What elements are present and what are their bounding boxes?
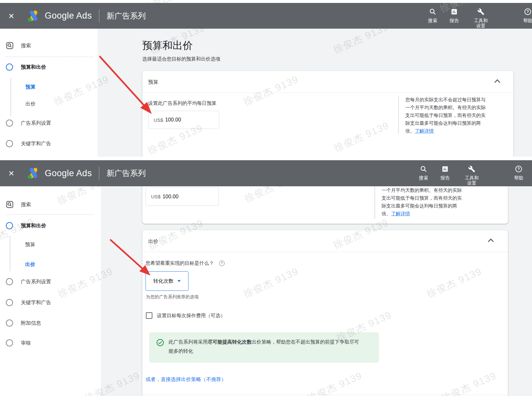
help-icon: ?	[524, 7, 531, 16]
sidebar-step-assets[interactable]: 附加信息	[6, 319, 41, 327]
tools-label-line2: 设置	[467, 180, 476, 186]
sidebar-divider	[6, 214, 93, 215]
sidebar-step-budget-bidding[interactable]: 预算和出价	[6, 63, 46, 71]
sidebar-item-search[interactable]: 搜索	[6, 200, 31, 209]
google-ads-logo-icon	[27, 167, 40, 179]
collapse-chevron-icon[interactable]	[488, 238, 494, 244]
svg-text:?: ?	[526, 9, 529, 14]
campaign-page-title: 新广告系列	[106, 168, 146, 178]
sidebar-step-label: 预算和出价	[21, 64, 46, 71]
note-line-text: 倍。	[405, 128, 415, 134]
close-icon[interactable]: ×	[8, 11, 14, 21]
sidebar-substep-bidding[interactable]: 出价	[25, 261, 35, 268]
header-actions: 搜索 报告 工具和 设置 ?	[413, 165, 529, 186]
sidebar-step-review[interactable]: 审核	[6, 339, 31, 347]
budget-card-title: 预算	[148, 79, 158, 86]
strategy-callout-text: 此广告系列将采用尽可能提高转化次数出价策略，帮助您在不超出预算的前提下争取尽可能…	[169, 337, 360, 355]
screenshot-1: × Google Ads 新广告系列 搜索	[0, 3, 532, 157]
select-strategy-directly-link[interactable]: 或者，直接选择出价策略（不推荐）	[146, 376, 226, 383]
wrench-icon	[468, 165, 475, 173]
step-circle-icon	[6, 278, 13, 285]
note-line: 一个月平均天数的乘积。有些天的实际	[405, 104, 486, 111]
reports-label: 报告	[450, 18, 459, 23]
sidebar-step-label: 预算和出价	[21, 222, 46, 229]
sidebar-step-campaign-settings[interactable]: 广告系列设置	[6, 277, 51, 286]
note-line: 支出可能低于每日预算，而有些天的实	[405, 111, 486, 119]
search-label: 搜索	[419, 175, 428, 180]
currency-prefix: US$	[151, 194, 161, 199]
app-header: × Google Ads 新广告系列 搜索	[0, 3, 532, 29]
search-button[interactable]: 搜索	[413, 165, 434, 186]
help-icon: ?	[515, 165, 522, 173]
bidding-focus-dropdown[interactable]: 转化次数	[146, 271, 189, 291]
substep-budget-label: 预算	[25, 84, 35, 91]
reports-label: 报告	[441, 175, 450, 180]
sidebar-step-label: 附加信息	[21, 320, 41, 327]
sidebar-substep-budget[interactable]: 预算	[25, 83, 35, 91]
close-icon[interactable]: ×	[8, 168, 14, 178]
target-cpa-label: 设置目标每次操作费用（可选）	[157, 313, 225, 319]
sidebar-divider	[6, 57, 93, 57]
dropdown-selected-value: 转化次数	[153, 278, 174, 285]
step-circle-active-icon	[6, 222, 13, 229]
check-circle-icon	[156, 339, 164, 348]
sidebar-step-campaign-settings[interactable]: 广告系列设置	[6, 119, 51, 127]
substep-budget-label: 预算	[25, 241, 35, 248]
daily-budget-input[interactable]: US$ 100.00	[148, 111, 219, 129]
dropdown-helper-text: 为您的广告系列推荐的选项	[146, 294, 199, 300]
tools-settings-button[interactable]: 工具和 设置	[469, 7, 492, 28]
strategy-callout: 此广告系列将采用尽可能提高转化次数出价策略，帮助您在不超出预算的前提下争取尽可能…	[149, 332, 379, 363]
target-cpa-checkbox[interactable]	[146, 312, 152, 319]
campaign-page-title: 新广告系列	[106, 11, 146, 21]
sidebar-step-budget-bidding[interactable]: 预算和出价	[6, 221, 46, 230]
callout-prefix: 此广告系列将采用	[169, 339, 208, 345]
note-line-text: 倍。	[382, 211, 391, 216]
learn-more-link[interactable]: 了解详情	[415, 128, 434, 134]
sidebar-substep-bidding[interactable]: 出价	[25, 100, 35, 108]
budget-amount: 100.00	[162, 194, 178, 200]
substep-bidding-label: 出价	[25, 261, 35, 268]
brand-name: Google Ads	[45, 11, 92, 21]
step-circle-icon	[6, 339, 13, 346]
bidding-goal-question: 您希望着重实现的目标是什么？	[146, 260, 214, 266]
tools-label-line1: 工具和	[474, 18, 488, 23]
reports-button[interactable]: 报告	[443, 7, 465, 28]
daily-budget-input[interactable]: US$ 100.00	[146, 187, 219, 206]
learn-more-link[interactable]: 了解详情	[391, 211, 410, 216]
card-bottom-divider	[142, 395, 508, 395]
svg-text:?: ?	[517, 167, 520, 171]
sidebar-step-label: 关键字和广告	[21, 140, 51, 147]
bar-chart-icon	[441, 165, 449, 173]
budget-note: 您每月的实际支出不会超过每日预算与 一个月平均天数的乘积。有些天的实际 支出可能…	[398, 96, 486, 134]
sidebar-item-search[interactable]: 搜索	[6, 41, 31, 50]
daily-budget-label: 设置此广告系列的平均每日预算	[148, 100, 217, 106]
sidebar-step-keywords-ads[interactable]: 关键字和广告	[6, 139, 51, 148]
step-circle-icon	[6, 120, 13, 127]
help-button[interactable]: ? 帮助	[517, 7, 532, 28]
page-subtitle: 选择最适合您目标的预算和出价选项	[142, 56, 220, 62]
sidebar-step-label: 审核	[21, 340, 31, 346]
tools-settings-button[interactable]: 工具和 设置	[460, 165, 483, 186]
app-header: × Google Ads 新广告系列 搜索	[0, 160, 532, 186]
sidebar-step-keywords-ads[interactable]: 关键字和广告	[6, 298, 51, 307]
note-line: 一个月平均天数的乘积。有些天的实际	[382, 186, 462, 194]
search-button[interactable]: 搜索	[422, 7, 443, 28]
callout-strategy-name: 尽可能提高转化次数	[208, 339, 252, 345]
tools-label-line2: 设置	[476, 23, 485, 28]
step-circle-icon	[6, 299, 13, 306]
question-help-icon[interactable]: ?	[219, 261, 225, 266]
help-button[interactable]: ? 帮助	[508, 165, 529, 186]
search-icon	[420, 165, 427, 173]
tools-label-line1: 工具和	[465, 175, 479, 180]
sidebar-substep-budget[interactable]: 预算	[25, 241, 35, 248]
note-line: 际支出最多可能会达到每日预算的两	[382, 202, 462, 210]
step-circle-active-icon	[6, 64, 13, 71]
card-divider	[142, 252, 508, 252]
sidebar-step-label: 广告系列设置	[21, 120, 51, 127]
wrench-icon	[477, 7, 484, 16]
collapse-chevron-icon[interactable]	[494, 79, 500, 85]
substep-connector	[10, 235, 10, 271]
reports-button[interactable]: 报告	[434, 165, 456, 186]
sidebar-search-label: 搜索	[21, 201, 31, 208]
note-line: 您每月的实际支出不会超过每日预算与	[405, 96, 486, 104]
